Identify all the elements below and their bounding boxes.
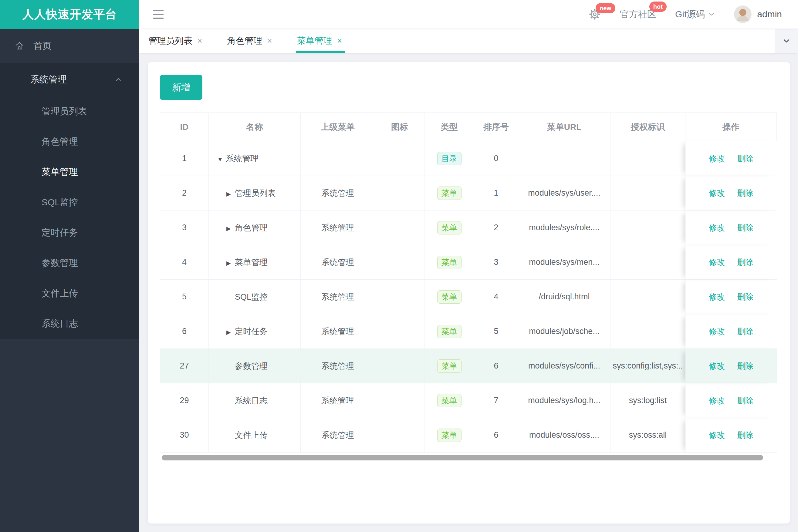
tree-expand-icon[interactable]: ▶ bbox=[226, 190, 235, 197]
edit-link[interactable]: 修改 bbox=[709, 154, 725, 163]
menu-name: 系统日志 bbox=[235, 396, 267, 405]
delete-link[interactable]: 删除 bbox=[737, 292, 754, 302]
column-header: ID bbox=[160, 113, 209, 141]
edit-link[interactable]: 修改 bbox=[709, 258, 725, 267]
sidebar-submenu-label: SQL监控 bbox=[41, 196, 78, 209]
sidebar-submenu-item[interactable]: 管理员列表 bbox=[0, 96, 139, 127]
tab-bar: 管理员列表 × 角色管理 × 菜单管理 × bbox=[139, 29, 798, 53]
tree-expand-icon[interactable]: ▶ bbox=[226, 329, 235, 336]
sidebar-submenu-item[interactable]: 菜单管理 bbox=[0, 157, 139, 187]
table-row[interactable]: 4 ▶菜单管理 系统管理 菜单 3 bbox=[160, 245, 777, 280]
main-column: new 官方社区 hot Git源码 bbox=[139, 0, 798, 532]
delete-link[interactable]: 删除 bbox=[737, 396, 754, 405]
table-row[interactable]: 29 系统日志 系统管理 菜单 7 bbox=[160, 383, 777, 418]
cell-actions: 修改 删除 bbox=[685, 245, 777, 280]
type-badge: 目录 bbox=[437, 152, 462, 165]
cell-id: 5 bbox=[160, 280, 209, 314]
type-badge: 菜单 bbox=[437, 221, 462, 234]
table-row[interactable]: 27 参数管理 系统管理 菜单 6 bbox=[160, 349, 777, 383]
tab-label: 角色管理 bbox=[227, 35, 262, 47]
sidebar-submenu-item[interactable]: SQL监控 bbox=[0, 187, 139, 217]
cell-parent: 系统管理 bbox=[301, 383, 375, 418]
table-row[interactable]: 2 ▶管理员列表 系统管理 菜单 1 bbox=[160, 176, 777, 210]
edit-link[interactable]: 修改 bbox=[709, 396, 725, 405]
close-icon[interactable]: × bbox=[197, 36, 202, 46]
sidebar-filler bbox=[0, 339, 139, 532]
type-badge: 菜单 bbox=[437, 290, 462, 304]
cell-name: ▼系统管理 bbox=[209, 141, 301, 176]
delete-link[interactable]: 删除 bbox=[737, 327, 754, 336]
settings-button[interactable]: new bbox=[588, 8, 601, 21]
close-icon[interactable]: × bbox=[267, 36, 272, 46]
community-link[interactable]: 官方社区 hot bbox=[620, 8, 656, 21]
menu-management-card: 新增 ID 名称 bbox=[148, 62, 790, 524]
edit-link[interactable]: 修改 bbox=[709, 189, 725, 198]
sidebar-group-toggle[interactable]: 系统管理 bbox=[0, 63, 139, 96]
sidebar-submenu-label: 角色管理 bbox=[41, 136, 78, 148]
cell-actions: 修改 删除 bbox=[685, 418, 777, 453]
tree-expand-icon[interactable]: ▼ bbox=[217, 156, 226, 163]
avatar bbox=[734, 5, 751, 23]
table-row[interactable]: 5 SQL监控 系统管理 菜单 4 bbox=[160, 280, 777, 314]
cell-icon bbox=[375, 280, 425, 314]
cell-type: 菜单 bbox=[425, 245, 474, 280]
cell-actions: 修改 删除 bbox=[685, 314, 777, 349]
delete-link[interactable]: 删除 bbox=[737, 189, 754, 198]
tree-expand-icon[interactable]: ▶ bbox=[226, 225, 235, 232]
tab[interactable]: 管理员列表 × bbox=[148, 29, 202, 53]
sidebar-submenu-item[interactable]: 文件上传 bbox=[0, 278, 139, 308]
horizontal-scrollbar[interactable] bbox=[160, 455, 777, 460]
edit-link[interactable]: 修改 bbox=[709, 362, 725, 370]
sidebar-submenu-item[interactable]: 定时任务 bbox=[0, 217, 139, 248]
cell-parent: 系统管理 bbox=[301, 176, 375, 210]
edit-link[interactable]: 修改 bbox=[709, 431, 725, 440]
tab-label: 管理员列表 bbox=[148, 35, 192, 47]
content-area: 新增 ID 名称 bbox=[139, 53, 798, 532]
type-badge: 菜单 bbox=[437, 325, 462, 338]
sidebar: 人人快速开发平台 首页 系统管理 bbox=[0, 0, 139, 532]
app-window: 人人快速开发平台 首页 系统管理 bbox=[0, 0, 798, 532]
table-header-row: ID 名称 上级菜单 图标 类型 排序号 bbox=[160, 113, 777, 141]
sidebar-group-label: 系统管理 bbox=[30, 73, 67, 86]
menu-toggle-icon[interactable] bbox=[153, 10, 164, 19]
cell-icon bbox=[375, 418, 425, 453]
git-source-menu[interactable]: Git源码 bbox=[675, 8, 715, 21]
tree-expand-icon[interactable]: ▶ bbox=[226, 260, 235, 267]
cell-url: /druid/sql.html bbox=[518, 280, 611, 314]
edit-link[interactable]: 修改 bbox=[709, 327, 725, 336]
delete-link[interactable]: 删除 bbox=[737, 223, 754, 232]
close-icon[interactable]: × bbox=[337, 36, 342, 46]
cell-parent: 系统管理 bbox=[301, 349, 375, 383]
delete-link[interactable]: 删除 bbox=[737, 362, 754, 370]
sidebar-submenu-item[interactable]: 参数管理 bbox=[0, 248, 139, 278]
add-button[interactable]: 新增 bbox=[160, 75, 202, 100]
table-row[interactable]: 3 ▶角色管理 系统管理 菜单 2 bbox=[160, 210, 777, 245]
user-menu[interactable]: admin bbox=[734, 5, 782, 23]
sidebar-submenu-label: 参数管理 bbox=[41, 257, 78, 269]
delete-link[interactable]: 删除 bbox=[737, 258, 754, 267]
sidebar-item-home[interactable]: 首页 bbox=[0, 29, 139, 63]
delete-link[interactable]: 删除 bbox=[737, 154, 754, 163]
cell-perms: sys:config:list,sys:.. bbox=[611, 349, 685, 383]
cell-perms bbox=[611, 176, 685, 210]
sidebar-submenu-label: 菜单管理 bbox=[41, 166, 78, 178]
edit-link[interactable]: 修改 bbox=[709, 223, 725, 232]
menu-name: 文件上传 bbox=[235, 431, 267, 440]
table-row[interactable]: 30 文件上传 系统管理 菜单 6 bbox=[160, 418, 777, 453]
sidebar-submenu-item[interactable]: 系统日志 bbox=[0, 308, 139, 339]
tabs-dropdown-button[interactable] bbox=[775, 29, 798, 53]
cell-id: 1 bbox=[160, 141, 209, 176]
scrollbar-thumb[interactable] bbox=[162, 455, 763, 460]
delete-link[interactable]: 删除 bbox=[737, 431, 754, 440]
cell-order: 1 bbox=[474, 176, 518, 210]
tab[interactable]: 角色管理 × bbox=[227, 29, 272, 53]
tab-label: 菜单管理 bbox=[297, 35, 332, 47]
menu-name: 定时任务 bbox=[235, 327, 267, 336]
table-row[interactable]: 1 ▼系统管理 目录 0 bbox=[160, 141, 777, 176]
edit-link[interactable]: 修改 bbox=[709, 292, 725, 302]
sidebar-submenu-item[interactable]: 角色管理 bbox=[0, 127, 139, 157]
tab[interactable]: 菜单管理 × bbox=[297, 29, 342, 53]
table-row[interactable]: 6 ▶定时任务 系统管理 菜单 5 bbox=[160, 314, 777, 349]
cell-url: modules/sys/men... bbox=[518, 245, 611, 280]
new-badge: new bbox=[596, 3, 615, 13]
